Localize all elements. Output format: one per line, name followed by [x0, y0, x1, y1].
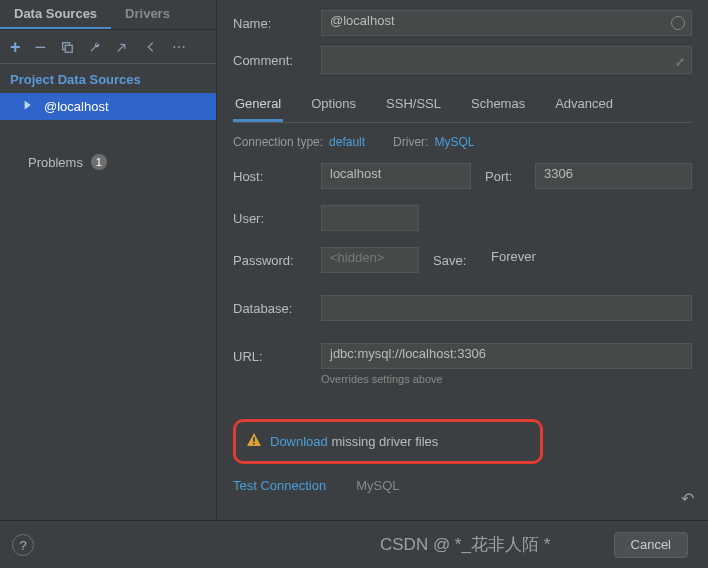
add-icon[interactable]: +: [10, 38, 21, 56]
url-value: jdbc:mysql://localhost:3306: [330, 346, 486, 361]
problems-badge: 1: [91, 154, 107, 170]
side-tab-drivers[interactable]: Drivers: [111, 0, 184, 29]
url-label: URL:: [233, 349, 321, 364]
copy-icon[interactable]: [60, 40, 74, 54]
port-value: 3306: [544, 166, 573, 181]
undo-icon[interactable]: ↶: [681, 489, 694, 508]
download-text: missing driver files: [328, 434, 439, 449]
password-value: <hidden>: [330, 250, 384, 265]
host-input[interactable]: localhost: [321, 163, 471, 189]
database-input[interactable]: [321, 295, 692, 321]
save-value: Forever: [491, 249, 536, 264]
name-value: @localhost: [330, 13, 395, 28]
wrench-icon[interactable]: [88, 40, 102, 54]
problems-label: Problems: [28, 155, 83, 170]
section-header: Project Data Sources: [0, 64, 216, 93]
name-input[interactable]: @localhost: [321, 10, 692, 36]
test-connection-link[interactable]: Test Connection: [233, 478, 326, 493]
user-label: User:: [233, 211, 321, 226]
bottom-driver-name: MySQL: [356, 478, 399, 493]
goto-icon[interactable]: [116, 40, 130, 54]
host-value: localhost: [330, 166, 381, 181]
cancel-button[interactable]: Cancel: [614, 532, 688, 558]
tab-advanced[interactable]: Advanced: [553, 90, 615, 122]
conn-type-link[interactable]: default: [329, 135, 365, 149]
database-label: Database:: [233, 301, 321, 316]
side-tab-data-sources[interactable]: Data Sources: [0, 0, 111, 29]
conn-type-label: Connection type:: [233, 135, 323, 149]
port-input[interactable]: 3306: [535, 163, 692, 189]
tab-general[interactable]: General: [233, 90, 283, 122]
port-label: Port:: [485, 169, 535, 184]
reset-icon[interactable]: [671, 16, 685, 30]
back-icon[interactable]: [144, 40, 158, 54]
svg-rect-3: [253, 443, 255, 445]
comment-input[interactable]: ⤢: [321, 46, 692, 74]
download-callout: Download missing driver files: [233, 419, 543, 464]
driver-link[interactable]: MySQL: [434, 135, 474, 149]
sidebar-toolbar: + − ⋯: [0, 30, 216, 64]
help-button[interactable]: ?: [12, 534, 34, 556]
expand-icon[interactable]: ⤢: [675, 55, 685, 69]
save-select[interactable]: Forever: [483, 247, 692, 273]
svg-rect-2: [253, 437, 255, 442]
tab-schemas[interactable]: Schemas: [469, 90, 527, 122]
password-input[interactable]: <hidden>: [321, 247, 419, 273]
datasource-item[interactable]: @localhost: [0, 93, 216, 120]
save-label: Save:: [433, 253, 483, 268]
remove-icon[interactable]: −: [35, 37, 47, 57]
tab-ssh-ssl[interactable]: SSH/SSL: [384, 90, 443, 122]
name-label: Name:: [233, 16, 321, 31]
user-input[interactable]: [321, 205, 419, 231]
datasource-label: @localhost: [44, 99, 109, 114]
overrides-text: Overrides settings above: [321, 373, 692, 385]
password-label: Password:: [233, 253, 321, 268]
datasource-icon: [22, 98, 36, 115]
download-link[interactable]: Download: [270, 434, 328, 449]
tab-options[interactable]: Options: [309, 90, 358, 122]
problems-row[interactable]: Problems 1: [0, 146, 216, 178]
host-label: Host:: [233, 169, 321, 184]
more-icon[interactable]: ⋯: [172, 39, 186, 55]
url-input[interactable]: jdbc:mysql://localhost:3306: [321, 343, 692, 369]
comment-label: Comment:: [233, 53, 321, 68]
driver-label: Driver:: [393, 135, 428, 149]
svg-rect-1: [65, 45, 72, 52]
warning-icon: [246, 432, 262, 451]
